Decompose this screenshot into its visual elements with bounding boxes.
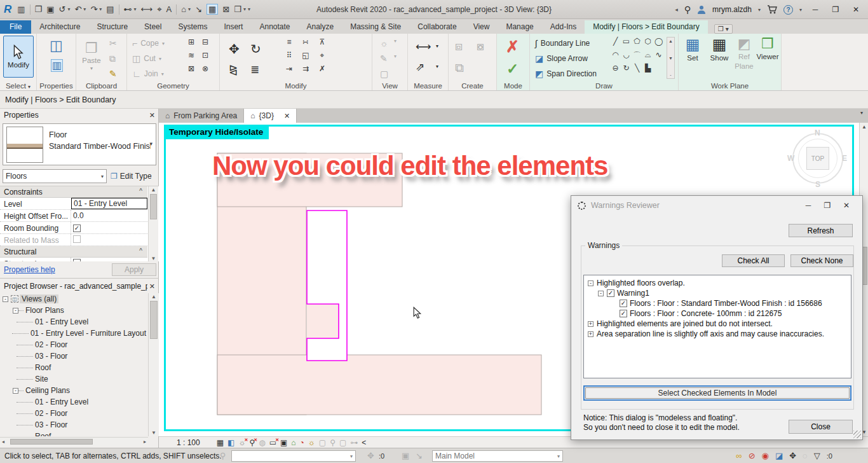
- view-scale[interactable]: 1 : 100: [177, 438, 200, 447]
- views-expander-icon[interactable]: -: [3, 296, 8, 302]
- tab-architecture[interactable]: Architecture: [31, 20, 88, 34]
- view-tab-parking[interactable]: ⌂ From Parking Area: [159, 109, 244, 123]
- span-direction-button[interactable]: ◩ Span Direction: [535, 69, 597, 78]
- redo-caret-icon[interactable]: ▾: [99, 6, 102, 12]
- row-room-bounding-value[interactable]: ✓: [71, 222, 147, 233]
- tree-row-03-floor[interactable]: 03 - Floor: [0, 350, 148, 362]
- close-button[interactable]: ✕: [849, 5, 863, 14]
- beam-joins-icon[interactable]: ⊟: [198, 38, 212, 51]
- row-structural-value[interactable]: [71, 258, 147, 261]
- paste-button[interactable]: ❐ Paste ▾: [80, 38, 103, 74]
- help-icon[interactable]: ?: [783, 5, 793, 15]
- close-dialog-button[interactable]: Close: [789, 420, 853, 434]
- align-icon[interactable]: ≡: [281, 38, 297, 51]
- tab-collaborate[interactable]: Collaborate: [409, 20, 465, 34]
- measure-caret1-icon[interactable]: ▾: [436, 44, 438, 49]
- delete-icon[interactable]: ✗: [314, 64, 330, 78]
- properties-header[interactable]: Properties ✕: [0, 109, 159, 121]
- user-icon[interactable]: [697, 5, 706, 15]
- visual-style-icon[interactable]: ◧: [227, 439, 234, 446]
- worksets-icon[interactable]: ⚲: [220, 451, 226, 460]
- finish-edit-mode-icon[interactable]: ✓: [506, 60, 519, 78]
- slope-arrow-button[interactable]: ◪ Slope Arrow: [535, 54, 588, 63]
- ref-plane-button[interactable]: ◩ Ref Plane: [733, 37, 755, 70]
- refresh-button[interactable]: Refresh: [789, 224, 853, 237]
- warning1-row[interactable]: - ✓ Warning1: [584, 288, 851, 298]
- check-all-button[interactable]: Check All: [722, 254, 785, 267]
- tree-row-ceiling-02[interactable]: 02 - Floor: [0, 408, 148, 419]
- linework-caret-icon[interactable]: ▾: [394, 54, 397, 59]
- offset-icon[interactable]: ≣: [250, 64, 259, 75]
- warning-element-row-1[interactable]: ✓ Floors : Floor : Standard Timber-Wood …: [584, 298, 851, 308]
- locked-orientation-icon[interactable]: ⌂: [291, 439, 295, 446]
- analytical-model-icon[interactable]: ▢: [339, 439, 346, 446]
- tab-file[interactable]: File: [0, 20, 31, 34]
- browser-scroll-up-icon[interactable]: ▲: [149, 294, 159, 300]
- tree-row-floor-plans[interactable]: - Floor Plans: [0, 305, 148, 316]
- undo-caret-icon[interactable]: ▾: [83, 6, 86, 12]
- scale-icon[interactable]: ◱: [297, 51, 314, 64]
- move-icon[interactable]: ✥: [229, 43, 240, 55]
- cope-button[interactable]: ⌐ Cope ▾: [132, 39, 165, 48]
- tab-manage[interactable]: Manage: [498, 20, 541, 34]
- background-processes-icon[interactable]: ◌: [803, 451, 808, 460]
- tree-row-views[interactable]: - ◫ Views (all): [0, 293, 148, 305]
- cut-to-clipboard-icon[interactable]: ✂: [109, 39, 117, 48]
- sync-icon[interactable]: ↺: [59, 4, 66, 14]
- tab-analyze[interactable]: Analyze: [299, 20, 342, 34]
- canvas-scroll-up-icon[interactable]: ▲: [862, 124, 867, 130]
- joined-expander-icon[interactable]: +: [588, 321, 593, 327]
- hide-in-view-icon[interactable]: ▢: [380, 69, 388, 78]
- edit-boundary-sketch[interactable]: [307, 211, 347, 361]
- crop-view-off-icon[interactable]: ▭✕: [269, 439, 276, 446]
- redo-icon[interactable]: ↷: [90, 4, 97, 14]
- sync-caret-icon[interactable]: ▾: [67, 6, 70, 12]
- worksharing-display-icon[interactable]: ▢: [319, 439, 326, 446]
- tab-systems[interactable]: Systems: [170, 20, 215, 34]
- pick-walls-icon[interactable]: ▙: [642, 64, 653, 77]
- undo-icon[interactable]: ↶: [74, 4, 81, 14]
- user-caret-icon[interactable]: ▾: [758, 7, 761, 13]
- active-design-option-combo[interactable]: Main Model ▾: [432, 450, 563, 462]
- temporary-hide-isolate-badge[interactable]: Temporary Hide/Isolate: [165, 125, 269, 139]
- structural-collapse-icon[interactable]: ^: [139, 247, 142, 254]
- collapse-search-icon[interactable]: ◂: [675, 6, 678, 13]
- browser-scroll-down-icon[interactable]: ▼: [149, 430, 159, 436]
- prop-scroll-down-icon[interactable]: ▼: [149, 256, 158, 261]
- select-pinned-icon[interactable]: ◉: [762, 451, 769, 460]
- tree-row-ceiling-03[interactable]: 03 - Floor: [0, 419, 148, 431]
- create-assembly-icon[interactable]: ⧉: [455, 62, 464, 74]
- tree-row-02-floor[interactable]: 02 - Floor: [0, 339, 148, 350]
- viewcube-east[interactable]: E: [842, 154, 847, 163]
- dialog-close-icon[interactable]: ✕: [837, 201, 856, 210]
- tab-list-caret-icon[interactable]: ▾: [857, 110, 867, 121]
- element1-checkbox[interactable]: ✓: [620, 300, 627, 307]
- tree-row-site[interactable]: Site: [0, 373, 148, 385]
- 3d-caret-icon[interactable]: ▾: [188, 6, 191, 12]
- trim-extend-icon[interactable]: ⇥: [281, 64, 297, 78]
- tab-insert[interactable]: Insert: [215, 20, 251, 34]
- active-workset-combo[interactable]: ▾: [231, 450, 356, 462]
- measure-caret-icon[interactable]: ▾: [134, 6, 137, 12]
- tree-row-01-entry-furniture[interactable]: 01 - Entry Level - Furniture Layout: [0, 328, 148, 339]
- modify-button[interactable]: Modify: [3, 36, 34, 78]
- warning-category-row-3[interactable]: + Area separation line is slightly off a…: [584, 329, 851, 339]
- temporary-view-properties-icon[interactable]: ⚲: [330, 439, 336, 446]
- tab-steel[interactable]: Steel: [136, 20, 170, 34]
- temporary-hide-isolate-icon[interactable]: ◔: [300, 439, 304, 446]
- pin-icon[interactable]: ⌖: [314, 51, 330, 64]
- row-level-value[interactable]: 01 - Entry Level: [71, 198, 147, 209]
- viewcube[interactable]: N W E S TOP: [790, 130, 846, 186]
- pick-lines-icon[interactable]: ╲: [632, 64, 642, 77]
- tab-add-ins[interactable]: Add-Ins: [542, 20, 585, 34]
- thin-lines-icon[interactable]: ▦: [207, 4, 218, 15]
- tree-row-ceiling-01[interactable]: 01 - Entry Level: [0, 396, 148, 408]
- ribbon-display-toggle[interactable]: ❐ ▾: [714, 24, 733, 34]
- set-work-plane-button[interactable]: ▦ Set: [681, 37, 704, 62]
- tree-row-ceiling-plans[interactable]: - Ceiling Plans: [0, 385, 148, 396]
- copy-to-clipboard-icon[interactable]: ⧉: [109, 54, 116, 63]
- draw-line-icon[interactable]: ╱: [610, 37, 621, 50]
- selection-filter-icon[interactable]: ▽: [814, 451, 820, 460]
- project-browser-header[interactable]: Project Browser - rac_advanced_sample_p.…: [0, 280, 159, 293]
- apply-button[interactable]: Apply: [112, 263, 156, 276]
